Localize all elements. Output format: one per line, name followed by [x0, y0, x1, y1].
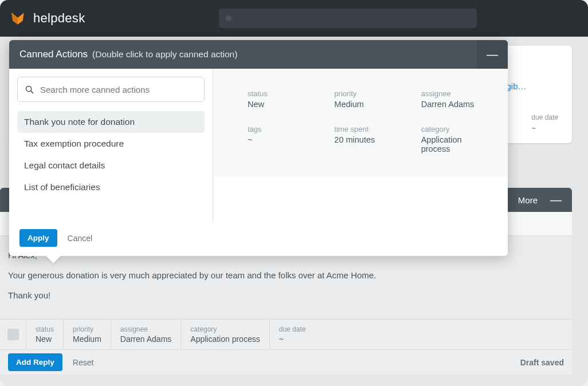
duedate-value: ~ [279, 334, 306, 344]
detail-status: status New [248, 89, 318, 109]
draft-saved-label: Draft saved [520, 358, 564, 367]
reply-meta-strip: status New priority Medium assignee Darr… [0, 319, 572, 349]
brand-logo-icon [10, 11, 25, 26]
detail-time-value: 20 minutes [334, 135, 405, 144]
popover-left-pane: Thank you note for donation Tax exemptio… [9, 69, 213, 222]
svg-line-1 [31, 90, 33, 93]
assignee-label: assignee [120, 325, 171, 333]
canned-list: Thank you note for donation Tax exemptio… [17, 111, 205, 198]
meta-checkbox[interactable] [0, 320, 26, 349]
priority-value: Medium [73, 334, 101, 344]
status-value: New [36, 334, 54, 344]
canned-item-legal[interactable]: Legal contact details [17, 155, 205, 176]
popover-right-pane: status New priority Medium assignee Darr… [213, 69, 508, 222]
detail-tags-value: ~ [248, 135, 318, 144]
reply-footer: Add Reply Reset Draft saved [0, 349, 572, 375]
global-search-input[interactable] [219, 9, 477, 28]
canned-search-input[interactable] [40, 85, 197, 94]
checkbox-icon [7, 329, 19, 340]
category-label: category [190, 325, 260, 333]
duedate-label: due date [279, 325, 306, 333]
add-reply-button[interactable]: Add Reply [8, 353, 62, 371]
svg-point-0 [26, 86, 31, 91]
priority-label: priority [73, 325, 101, 333]
detail-assignee-value: Darren Adams [421, 100, 492, 109]
canned-item-tax[interactable]: Tax exemption procedure [17, 133, 205, 155]
detail-priority: priority Medium [334, 89, 405, 109]
detail-priority-label: priority [334, 89, 405, 98]
popover-hint: (Double click to apply canned action) [92, 49, 237, 60]
popover-title: Canned Actions (Double click to apply ca… [9, 49, 248, 60]
meta-assignee[interactable]: assignee Darren Adams [111, 320, 181, 349]
meta-category[interactable]: category Application process [181, 320, 269, 349]
detail-priority-value: Medium [334, 100, 405, 109]
app-window: helpdesk n eligib… due date ~ More ― Can… [0, 0, 588, 386]
cancel-button[interactable]: Cancel [68, 234, 93, 243]
canned-item-thank-you[interactable]: Thank you note for donation [17, 111, 205, 133]
detail-tags: tags ~ [248, 125, 318, 153]
reply-more-button[interactable]: More [518, 195, 538, 205]
duedate-label: due date [531, 113, 558, 121]
status-label: status [36, 325, 54, 333]
canned-detail-grid: status New priority Medium assignee Darr… [213, 69, 508, 176]
canned-item-beneficiaries[interactable]: List of beneficiaries [17, 176, 205, 198]
popover-body: Thank you note for donation Tax exemptio… [9, 69, 508, 222]
canned-search-box[interactable] [17, 77, 205, 102]
popover-minimize-button[interactable]: ― [477, 40, 508, 69]
detail-status-label: status [248, 89, 318, 98]
reset-button[interactable]: Reset [73, 358, 94, 367]
detail-category-value: Application process [421, 135, 492, 153]
detail-time: time spent 20 minutes [334, 125, 405, 153]
meta-priority[interactable]: priority Medium [64, 320, 111, 349]
ticket-duedate: due date ~ [531, 113, 558, 132]
reply-minimize-button[interactable]: ― [550, 194, 562, 206]
popover-header: Canned Actions (Double click to apply ca… [9, 40, 508, 69]
popover-footer: Apply Cancel [9, 222, 508, 256]
assignee-value: Darren Adams [120, 334, 171, 344]
detail-assignee: assignee Darren Adams [421, 89, 492, 109]
brand-name: helpdesk [33, 11, 85, 26]
category-value: Application process [190, 334, 260, 344]
detail-category: category Application process [421, 125, 492, 153]
search-placeholder-dot [226, 15, 232, 21]
detail-time-label: time spent [334, 125, 405, 133]
popover-preview-area [213, 176, 508, 222]
search-icon [25, 85, 34, 94]
duedate-value: ~ [531, 124, 558, 132]
detail-status-value: New [248, 100, 318, 109]
detail-tags-label: tags [248, 125, 318, 133]
topbar: helpdesk [0, 0, 588, 37]
reply-line: Thank you! [8, 287, 564, 303]
reply-line: Your generous donation is very much appr… [8, 267, 564, 283]
detail-assignee-label: assignee [421, 89, 492, 98]
popover-title-text: Canned Actions [19, 49, 88, 60]
meta-duedate[interactable]: due date ~ [270, 320, 315, 349]
meta-status[interactable]: status New [26, 320, 64, 349]
detail-category-label: category [421, 125, 492, 133]
canned-actions-popover: Canned Actions (Double click to apply ca… [9, 40, 508, 256]
apply-button[interactable]: Apply [19, 229, 57, 247]
